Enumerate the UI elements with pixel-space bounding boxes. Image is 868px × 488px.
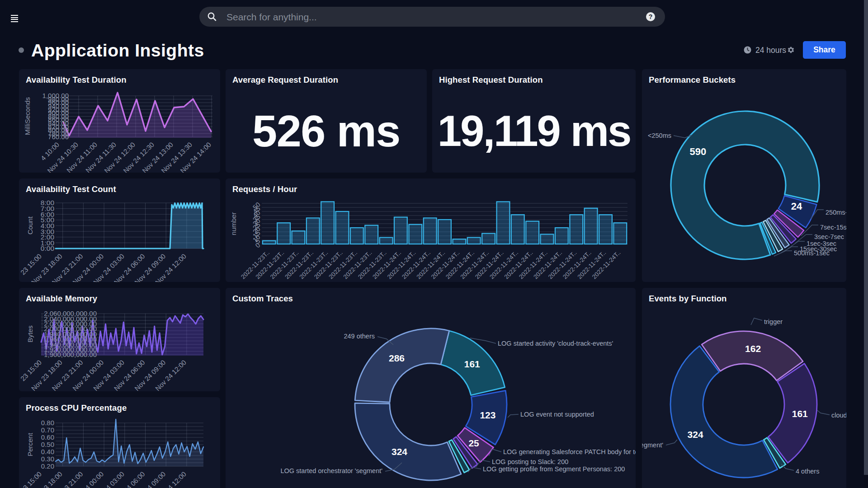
svg-text:24 03:00: 24 03:00: [102, 470, 126, 488]
svg-text:0:00: 0:00: [41, 244, 55, 252]
svg-text:Bytes: Bytes: [26, 325, 34, 343]
svg-text:123: 123: [480, 410, 495, 420]
svg-text:162: 162: [745, 343, 761, 354]
svg-text:Count: Count: [26, 216, 34, 235]
svg-text:23 15:00: 23 15:00: [19, 470, 43, 488]
svg-text:0.20: 0.20: [41, 462, 54, 470]
svg-text:161: 161: [792, 408, 808, 419]
svg-text:760.00: 760.00: [48, 133, 69, 141]
svg-text:1,900,000,000.00: 1,900,000,000.00: [44, 351, 97, 358]
svg-text:24: 24: [791, 201, 802, 212]
svg-text:LOG started orchestrator 'segm: LOG started orchestrator 'segment': [642, 441, 663, 449]
svg-text:LOG generating Salesforce PATC: LOG generating Salesforce PATCH body for…: [503, 448, 636, 455]
svg-text:0.40: 0.40: [41, 448, 54, 455]
svg-text:0.30: 0.30: [41, 455, 54, 463]
svg-text:Percent: Percent: [26, 432, 34, 456]
svg-text:590: 590: [689, 146, 706, 157]
svg-text:324: 324: [392, 446, 407, 457]
svg-text:249 others: 249 others: [344, 333, 375, 340]
svg-text:0.60: 0.60: [41, 433, 54, 441]
svg-text:25: 25: [468, 438, 479, 448]
svg-text:4 others: 4 others: [796, 468, 819, 475]
svg-text:trigger: trigger: [764, 318, 783, 325]
svg-text:LOG getting profile from Segme: LOG getting profile from Segment Persona…: [483, 465, 625, 473]
svg-text:LOG event not supported: LOG event not supported: [520, 411, 594, 418]
svg-text:LOG started activity 'cloud-tr: LOG started activity 'cloud-track-events…: [498, 340, 613, 347]
svg-text:LOG started orchestrator 'segm: LOG started orchestrator 'segment': [280, 467, 382, 474]
svg-text:cloud-track-events: cloud-track-events: [831, 412, 846, 419]
svg-text:MilliSeconds: MilliSeconds: [24, 97, 31, 135]
svg-text:500ms-1sec: 500ms-1sec: [794, 249, 830, 257]
svg-text:LOG posting to Slack: 200: LOG posting to Slack: 200: [492, 458, 568, 465]
svg-text:161: 161: [464, 359, 480, 369]
svg-text:0.70: 0.70: [41, 426, 54, 434]
svg-text:7sec-15sec: 7sec-15sec: [820, 224, 846, 231]
svg-text:3sec-7sec: 3sec-7sec: [814, 233, 844, 240]
svg-text:24 06:00: 24 06:00: [122, 470, 146, 488]
svg-text:24 00:00: 24 00:00: [81, 470, 105, 488]
svg-text:324: 324: [688, 429, 703, 440]
svg-text:<250ms: <250ms: [648, 132, 671, 139]
svg-text:24 12:00: 24 12:00: [164, 470, 188, 488]
svg-text:23 21:00: 23 21:00: [60, 470, 84, 488]
svg-text:250ms-500ms: 250ms-500ms: [826, 209, 846, 216]
svg-text:24 09:00: 24 09:00: [143, 470, 167, 488]
svg-text:number: number: [230, 212, 237, 235]
svg-text:23 18:00: 23 18:00: [40, 470, 64, 488]
svg-text:0.50: 0.50: [41, 441, 54, 448]
svg-text:286: 286: [389, 353, 405, 363]
svg-text:0.80: 0.80: [41, 419, 54, 427]
